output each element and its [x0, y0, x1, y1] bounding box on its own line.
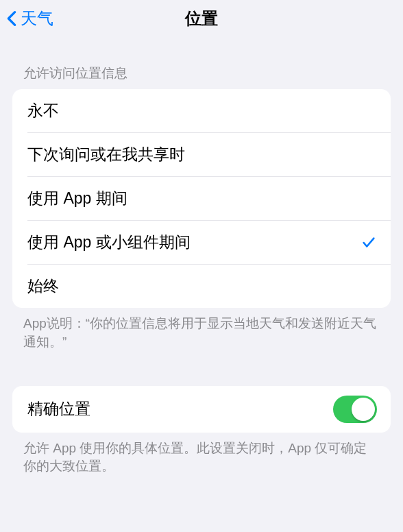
option-label: 使用 App 期间: [27, 189, 127, 209]
section-header-location-access: 允许访问位置信息: [0, 64, 403, 89]
option-ask-next-time[interactable]: 下次询问或在我共享时: [12, 133, 391, 177]
location-access-group: 永不 下次询问或在我共享时 使用 App 期间 使用 App 或小组件期间 始终: [12, 89, 391, 308]
option-label: 使用 App 或小组件期间: [27, 232, 191, 253]
app-explanation-footer: App说明：“你的位置信息将用于显示当地天气和发送附近天气通知。”: [0, 308, 403, 351]
option-label: 下次询问或在我共享时: [27, 145, 185, 165]
chevron-left-icon: [5, 9, 18, 28]
checkmark-icon: [361, 234, 377, 251]
precise-location-row[interactable]: 精确位置: [12, 386, 391, 433]
page-title: 位置: [185, 8, 218, 29]
content-area: 允许访问位置信息 永不 下次询问或在我共享时 使用 App 期间 使用 App …: [0, 37, 403, 476]
option-always[interactable]: 始终: [12, 265, 391, 309]
toggle-knob: [352, 398, 375, 421]
option-label: 永不: [27, 101, 59, 121]
back-label: 天气: [21, 8, 53, 29]
precise-location-toggle[interactable]: [333, 396, 377, 423]
option-while-using-app-or-widgets[interactable]: 使用 App 或小组件期间: [12, 221, 391, 265]
option-label: 始终: [27, 276, 59, 297]
option-while-using-app[interactable]: 使用 App 期间: [12, 177, 391, 221]
back-button[interactable]: 天气: [5, 8, 53, 29]
navigation-bar: 天气 位置: [0, 0, 403, 37]
precise-location-group: 精确位置: [12, 386, 391, 433]
precise-location-label: 精确位置: [27, 399, 90, 420]
option-never[interactable]: 永不: [12, 89, 391, 133]
precise-location-footer: 允许 App 使用你的具体位置。此设置关闭时，App 仅可确定你的大致位置。: [0, 433, 403, 476]
